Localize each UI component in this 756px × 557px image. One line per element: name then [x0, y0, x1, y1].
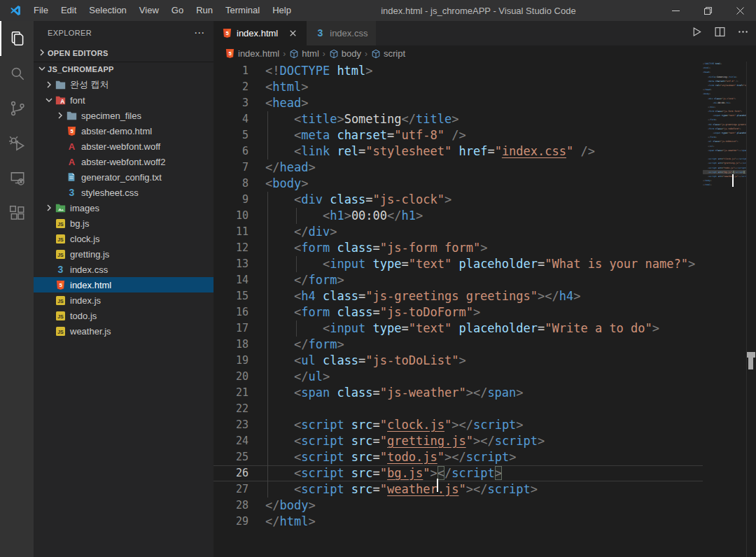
explorer-more-actions-icon[interactable]: ⋯ [194, 27, 205, 39]
code-line-27[interactable]: 27 <script src="weather.js"></script> [214, 481, 703, 498]
minimap[interactable]: <!DOCTYPE html><html><head> <title>Somet… [703, 62, 746, 187]
explorer-header: EXPLORER [48, 29, 92, 37]
tree-item-index.js[interactable]: JSindex.js [34, 292, 214, 308]
code-line-29[interactable]: 29</html> [214, 514, 703, 530]
menu-help[interactable]: Help [266, 0, 298, 21]
code-line-19[interactable]: 19 <ul class="js-toDoList"> [214, 353, 703, 369]
svg-text:JS: JS [57, 329, 64, 334]
code-line-28[interactable]: 28</body> [214, 498, 703, 514]
line-content: <h1>00:00</h1> [265, 208, 423, 224]
code-line-16[interactable]: 16 <form class="js-toDoForm"> [214, 304, 703, 320]
line-content: <!DOCTYPE html> [265, 63, 373, 79]
menu-run[interactable]: Run [190, 0, 219, 21]
svg-text:5: 5 [70, 128, 73, 134]
tree-item-abster-webfont.woff[interactable]: Aabster-webfont.woff [34, 139, 214, 154]
code-line-23[interactable]: 23 <script src="clock.js"></script> [214, 417, 703, 433]
source-control-icon[interactable] [0, 91, 34, 126]
line-content: <link rel="stylesheet" href="index.css" … [265, 143, 595, 160]
remote-explorer-icon[interactable] [0, 161, 34, 196]
js-icon: JS [55, 296, 66, 305]
tree-item-index.css[interactable]: 3index.css [34, 262, 214, 277]
run-and-debug-icon[interactable] [0, 126, 34, 161]
restore-button[interactable] [692, 0, 724, 21]
menu-selection[interactable]: Selection [83, 0, 132, 21]
code-line-18[interactable]: 18 </form> [214, 337, 703, 353]
explorer-icon[interactable] [0, 21, 34, 56]
tab-index.css[interactable]: 3index.css [307, 21, 377, 45]
tree-item-abster-demo.html[interactable]: 5abster-demo.html [34, 123, 214, 139]
code-line-4[interactable]: 4 <title>Someting</title> [214, 111, 703, 127]
tree-item-specimen_files[interactable]: specimen_files [34, 108, 214, 123]
code-editor[interactable]: 1<!DOCTYPE html>2<html>3<head>4 <title>S… [214, 62, 756, 557]
code-line-15[interactable]: 15 <h4 class="js-greetings greetings"></… [214, 288, 703, 304]
close-tab-icon[interactable] [288, 28, 298, 38]
tree-item-weather.js[interactable]: JSweather.js [34, 323, 214, 339]
menu-file[interactable]: File [27, 0, 55, 21]
split-editor-icon[interactable] [714, 26, 726, 41]
tree-item-todo.js[interactable]: JStodo.js [34, 308, 214, 323]
minimize-button[interactable] [659, 0, 692, 21]
code-line-2[interactable]: 2<html> [214, 79, 703, 95]
menu-go[interactable]: Go [165, 0, 190, 21]
code-line-5[interactable]: 5 <meta charset="utf-8" /> [214, 127, 703, 143]
breadcrumb-item-index.html[interactable]: 5index.html [225, 48, 279, 59]
code-line-9[interactable]: 9 <div class="js-clock"> [214, 192, 703, 208]
tree-item-gretting.js[interactable]: JSgretting.js [34, 246, 214, 262]
breadcrumb-item-script[interactable]: script [371, 48, 405, 59]
line-content: <body> [265, 176, 308, 192]
tree-item-generator_config.txt[interactable]: generator_config.txt [34, 169, 214, 185]
menu-edit[interactable]: Edit [55, 0, 83, 21]
code-line-13[interactable]: 13 <input type="text" placeholder="What … [214, 256, 703, 272]
workspace-root-folder[interactable]: JS_CHROMEAPP [34, 62, 214, 77]
js-icon: JS [55, 250, 66, 259]
tree-item-bg.js[interactable]: JSbg.js [34, 216, 214, 231]
css-icon: 3 [55, 265, 66, 275]
tree-item-_[interactable]: 완성 캡처 [34, 77, 214, 92]
overview-ruler[interactable] [746, 62, 756, 557]
code-line-7[interactable]: 7</head> [214, 160, 703, 176]
html-icon: 5 [222, 28, 232, 38]
tab-label: index.html [237, 28, 278, 38]
code-line-1[interactable]: 1<!DOCTYPE html> [214, 63, 703, 79]
code-line-14[interactable]: 14 </form> [214, 272, 703, 288]
code-line-8[interactable]: 8<body> [214, 176, 703, 192]
tab-index.html[interactable]: 5index.html [214, 21, 307, 45]
search-icon[interactable] [0, 56, 34, 91]
code-line-3[interactable]: 3<head> [214, 95, 703, 111]
menu-view[interactable]: View [133, 0, 165, 21]
menu-terminal[interactable]: Terminal [219, 0, 266, 21]
extensions-icon[interactable] [0, 196, 34, 231]
line-content: <head> [265, 95, 308, 111]
tree-item-label: abster-webfont.woff [81, 141, 160, 152]
tree-item-clock.js[interactable]: JSclock.js [34, 231, 214, 246]
more-actions-icon[interactable] [737, 26, 749, 41]
vscode-window: FileEditSelectionViewGoRunTerminalHelp i… [0, 0, 756, 557]
tree-item-abster-webfont.woff2[interactable]: Aabster-webfont.woff2 [34, 154, 214, 169]
tree-item-images[interactable]: images [34, 200, 214, 216]
code-line-24[interactable]: 24 <script src="gretting.js"></script> [214, 433, 703, 449]
code-line-12[interactable]: 12 <form class="js-form form"> [214, 240, 703, 256]
code-line-10[interactable]: 10 <h1>00:00</h1> [214, 208, 703, 224]
run-icon[interactable] [691, 26, 703, 41]
breadcrumb-item-html[interactable]: html [289, 48, 319, 59]
code-line-26[interactable]: 26 <script src="bg.js"></script> [214, 465, 703, 481]
folder-icon [55, 80, 66, 90]
tree-item-stylesheet.css[interactable]: 3stylesheet.css [34, 185, 214, 200]
title-bar: FileEditSelectionViewGoRunTerminalHelp i… [0, 0, 756, 21]
code-line-25[interactable]: 25 <script src="todo.js"></script> [214, 449, 703, 465]
breadcrumb-item-body[interactable]: body [329, 48, 361, 59]
line-number: 11 [214, 224, 248, 240]
open-editors-section[interactable]: OPEN EDITORS [34, 45, 214, 62]
tree-item-font[interactable]: Afont [34, 92, 214, 108]
svg-text:JS: JS [57, 313, 64, 318]
code-line-17[interactable]: 17 <input type="text" placeholder="Write… [214, 320, 703, 337]
breadcrumb-separator: › [365, 49, 368, 59]
close-window-button[interactable] [724, 0, 756, 21]
code-line-20[interactable]: 20 </ul> [214, 369, 703, 385]
code-line-6[interactable]: 6 <link rel="stylesheet" href="index.css… [214, 143, 703, 160]
code-line-11[interactable]: 11 </div> [214, 224, 703, 240]
code-line-21[interactable]: 21 <span class="js-weather"></span> [214, 385, 703, 401]
code-line-22[interactable]: 22 [214, 401, 703, 417]
line-content: <h4 class="js-greetings greetings"></h4> [265, 288, 580, 304]
tree-item-index.html[interactable]: 5index.html [34, 277, 214, 292]
